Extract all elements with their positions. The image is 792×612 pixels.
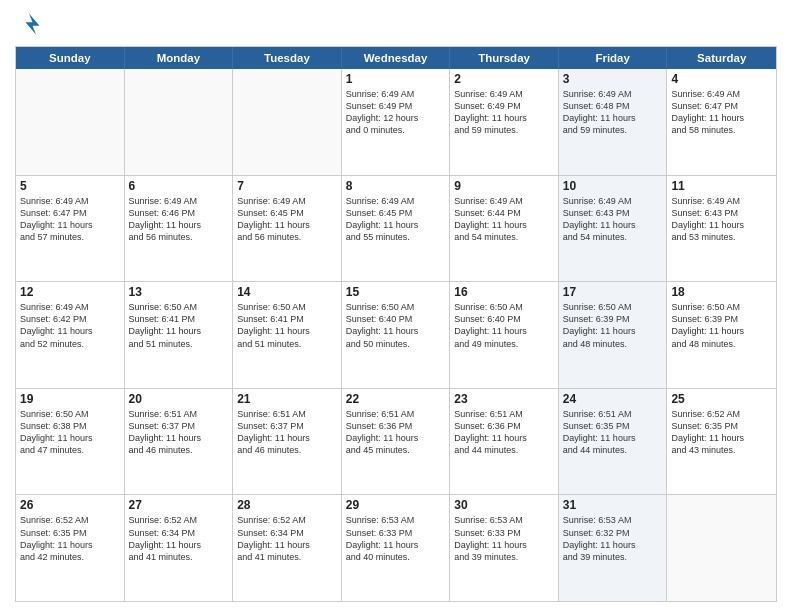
calendar-week-2: 12Sunrise: 6:49 AM Sunset: 6:42 PM Dayli… [16, 282, 776, 389]
day-number: 7 [237, 179, 337, 193]
calendar: SundayMondayTuesdayWednesdayThursdayFrid… [15, 46, 777, 602]
cell-info: Sunrise: 6:49 AM Sunset: 6:49 PM Dayligh… [346, 88, 446, 137]
day-number: 23 [454, 392, 554, 406]
calendar-week-1: 5Sunrise: 6:49 AM Sunset: 6:47 PM Daylig… [16, 176, 776, 283]
day-number: 11 [671, 179, 772, 193]
cell-info: Sunrise: 6:51 AM Sunset: 6:37 PM Dayligh… [129, 408, 229, 457]
calendar-cell: 28Sunrise: 6:52 AM Sunset: 6:34 PM Dayli… [233, 495, 342, 601]
calendar-cell: 10Sunrise: 6:49 AM Sunset: 6:43 PM Dayli… [559, 176, 668, 282]
calendar-cell: 6Sunrise: 6:49 AM Sunset: 6:46 PM Daylig… [125, 176, 234, 282]
cell-info: Sunrise: 6:50 AM Sunset: 6:40 PM Dayligh… [454, 301, 554, 350]
calendar-cell: 23Sunrise: 6:51 AM Sunset: 6:36 PM Dayli… [450, 389, 559, 495]
calendar-cell: 21Sunrise: 6:51 AM Sunset: 6:37 PM Dayli… [233, 389, 342, 495]
weekday-header-wednesday: Wednesday [342, 47, 451, 69]
day-number: 21 [237, 392, 337, 406]
day-number: 31 [563, 498, 663, 512]
logo-icon [15, 10, 43, 38]
cell-info: Sunrise: 6:52 AM Sunset: 6:34 PM Dayligh… [237, 514, 337, 563]
logo [15, 10, 47, 38]
day-number: 24 [563, 392, 663, 406]
cell-info: Sunrise: 6:49 AM Sunset: 6:43 PM Dayligh… [563, 195, 663, 244]
calendar-cell: 9Sunrise: 6:49 AM Sunset: 6:44 PM Daylig… [450, 176, 559, 282]
weekday-header-saturday: Saturday [667, 47, 776, 69]
calendar-cell [233, 69, 342, 175]
calendar-cell: 18Sunrise: 6:50 AM Sunset: 6:39 PM Dayli… [667, 282, 776, 388]
cell-info: Sunrise: 6:50 AM Sunset: 6:38 PM Dayligh… [20, 408, 120, 457]
weekday-header-thursday: Thursday [450, 47, 559, 69]
day-number: 3 [563, 72, 663, 86]
cell-info: Sunrise: 6:51 AM Sunset: 6:35 PM Dayligh… [563, 408, 663, 457]
cell-info: Sunrise: 6:49 AM Sunset: 6:48 PM Dayligh… [563, 88, 663, 137]
calendar-cell: 8Sunrise: 6:49 AM Sunset: 6:45 PM Daylig… [342, 176, 451, 282]
day-number: 6 [129, 179, 229, 193]
cell-info: Sunrise: 6:52 AM Sunset: 6:35 PM Dayligh… [671, 408, 772, 457]
day-number: 26 [20, 498, 120, 512]
calendar-cell: 7Sunrise: 6:49 AM Sunset: 6:45 PM Daylig… [233, 176, 342, 282]
cell-info: Sunrise: 6:50 AM Sunset: 6:39 PM Dayligh… [671, 301, 772, 350]
day-number: 22 [346, 392, 446, 406]
cell-info: Sunrise: 6:49 AM Sunset: 6:47 PM Dayligh… [671, 88, 772, 137]
cell-info: Sunrise: 6:50 AM Sunset: 6:39 PM Dayligh… [563, 301, 663, 350]
day-number: 17 [563, 285, 663, 299]
weekday-header-tuesday: Tuesday [233, 47, 342, 69]
calendar-body: 1Sunrise: 6:49 AM Sunset: 6:49 PM Daylig… [16, 69, 776, 601]
day-number: 4 [671, 72, 772, 86]
calendar-cell: 13Sunrise: 6:50 AM Sunset: 6:41 PM Dayli… [125, 282, 234, 388]
calendar-cell [125, 69, 234, 175]
day-number: 20 [129, 392, 229, 406]
cell-info: Sunrise: 6:49 AM Sunset: 6:43 PM Dayligh… [671, 195, 772, 244]
day-number: 5 [20, 179, 120, 193]
day-number: 8 [346, 179, 446, 193]
cell-info: Sunrise: 6:53 AM Sunset: 6:32 PM Dayligh… [563, 514, 663, 563]
calendar-cell: 2Sunrise: 6:49 AM Sunset: 6:49 PM Daylig… [450, 69, 559, 175]
header [15, 10, 777, 38]
calendar-cell: 30Sunrise: 6:53 AM Sunset: 6:33 PM Dayli… [450, 495, 559, 601]
cell-info: Sunrise: 6:49 AM Sunset: 6:44 PM Dayligh… [454, 195, 554, 244]
calendar-cell: 3Sunrise: 6:49 AM Sunset: 6:48 PM Daylig… [559, 69, 668, 175]
cell-info: Sunrise: 6:49 AM Sunset: 6:45 PM Dayligh… [346, 195, 446, 244]
day-number: 1 [346, 72, 446, 86]
calendar-cell: 4Sunrise: 6:49 AM Sunset: 6:47 PM Daylig… [667, 69, 776, 175]
cell-info: Sunrise: 6:49 AM Sunset: 6:46 PM Dayligh… [129, 195, 229, 244]
calendar-cell: 16Sunrise: 6:50 AM Sunset: 6:40 PM Dayli… [450, 282, 559, 388]
day-number: 10 [563, 179, 663, 193]
calendar-cell: 29Sunrise: 6:53 AM Sunset: 6:33 PM Dayli… [342, 495, 451, 601]
calendar-cell: 5Sunrise: 6:49 AM Sunset: 6:47 PM Daylig… [16, 176, 125, 282]
calendar-cell: 20Sunrise: 6:51 AM Sunset: 6:37 PM Dayli… [125, 389, 234, 495]
calendar-cell: 26Sunrise: 6:52 AM Sunset: 6:35 PM Dayli… [16, 495, 125, 601]
cell-info: Sunrise: 6:52 AM Sunset: 6:35 PM Dayligh… [20, 514, 120, 563]
calendar-cell: 11Sunrise: 6:49 AM Sunset: 6:43 PM Dayli… [667, 176, 776, 282]
calendar-cell: 19Sunrise: 6:50 AM Sunset: 6:38 PM Dayli… [16, 389, 125, 495]
day-number: 19 [20, 392, 120, 406]
cell-info: Sunrise: 6:51 AM Sunset: 6:36 PM Dayligh… [346, 408, 446, 457]
calendar-cell: 25Sunrise: 6:52 AM Sunset: 6:35 PM Dayli… [667, 389, 776, 495]
svg-marker-0 [26, 14, 40, 35]
day-number: 15 [346, 285, 446, 299]
cell-info: Sunrise: 6:53 AM Sunset: 6:33 PM Dayligh… [454, 514, 554, 563]
calendar-header-row: SundayMondayTuesdayWednesdayThursdayFrid… [16, 47, 776, 69]
weekday-header-monday: Monday [125, 47, 234, 69]
cell-info: Sunrise: 6:51 AM Sunset: 6:36 PM Dayligh… [454, 408, 554, 457]
calendar-week-3: 19Sunrise: 6:50 AM Sunset: 6:38 PM Dayli… [16, 389, 776, 496]
calendar-week-0: 1Sunrise: 6:49 AM Sunset: 6:49 PM Daylig… [16, 69, 776, 176]
cell-info: Sunrise: 6:50 AM Sunset: 6:41 PM Dayligh… [129, 301, 229, 350]
calendar-cell [16, 69, 125, 175]
weekday-header-friday: Friday [559, 47, 668, 69]
cell-info: Sunrise: 6:51 AM Sunset: 6:37 PM Dayligh… [237, 408, 337, 457]
cell-info: Sunrise: 6:50 AM Sunset: 6:41 PM Dayligh… [237, 301, 337, 350]
cell-info: Sunrise: 6:49 AM Sunset: 6:45 PM Dayligh… [237, 195, 337, 244]
calendar-cell: 15Sunrise: 6:50 AM Sunset: 6:40 PM Dayli… [342, 282, 451, 388]
day-number: 2 [454, 72, 554, 86]
calendar-cell: 12Sunrise: 6:49 AM Sunset: 6:42 PM Dayli… [16, 282, 125, 388]
cell-info: Sunrise: 6:53 AM Sunset: 6:33 PM Dayligh… [346, 514, 446, 563]
cell-info: Sunrise: 6:50 AM Sunset: 6:40 PM Dayligh… [346, 301, 446, 350]
calendar-cell: 1Sunrise: 6:49 AM Sunset: 6:49 PM Daylig… [342, 69, 451, 175]
calendar-week-4: 26Sunrise: 6:52 AM Sunset: 6:35 PM Dayli… [16, 495, 776, 601]
calendar-cell [667, 495, 776, 601]
cell-info: Sunrise: 6:52 AM Sunset: 6:34 PM Dayligh… [129, 514, 229, 563]
calendar-cell: 24Sunrise: 6:51 AM Sunset: 6:35 PM Dayli… [559, 389, 668, 495]
cell-info: Sunrise: 6:49 AM Sunset: 6:49 PM Dayligh… [454, 88, 554, 137]
day-number: 13 [129, 285, 229, 299]
calendar-cell: 31Sunrise: 6:53 AM Sunset: 6:32 PM Dayli… [559, 495, 668, 601]
weekday-header-sunday: Sunday [16, 47, 125, 69]
